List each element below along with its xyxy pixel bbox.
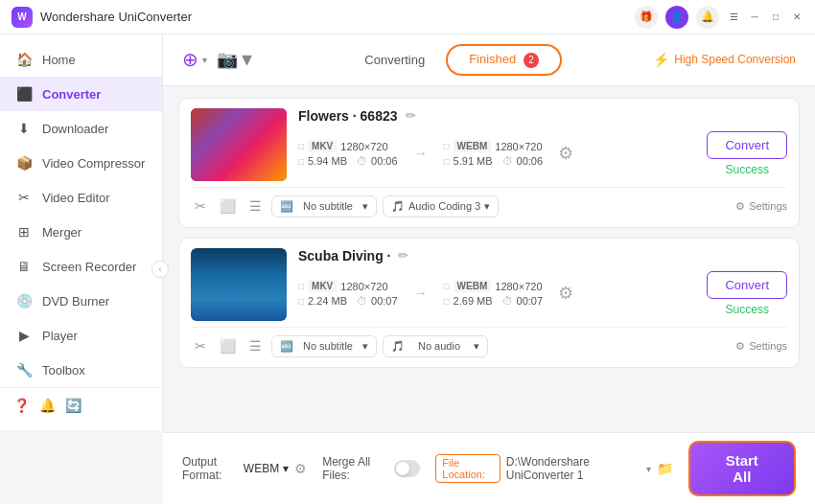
scuba-src-meta: □ MKV 1280×720 □ 2.24 MB ⏱ 00:07 [298, 280, 398, 307]
titlebar-right: 🎁 👤 🔔 ☰ ─ □ ✕ [635, 6, 803, 29]
bell-icon[interactable]: 🔔 [696, 6, 719, 29]
sidebar-item-merger[interactable]: ⊞ Merger [0, 215, 162, 249]
scuba-dst-dur: 00:07 [517, 295, 544, 307]
sidebar-label-home: Home [42, 53, 76, 67]
start-all-button[interactable]: Start All [688, 441, 796, 496]
subtitle-icon-2[interactable]: ⬜ [216, 338, 240, 354]
help-icon[interactable]: ❓ [13, 398, 30, 413]
update-icon[interactable]: 🔄 [65, 398, 82, 413]
flowers-card-actions: ✂ ⬜ ☰ 🔤 No subtitle ▾ 🎵 Audio Coding 3 ▾ [191, 187, 787, 218]
add-media-chevron: ▾ [202, 55, 207, 65]
arrow-1: → [406, 145, 436, 162]
sidebar-item-downloader[interactable]: ⬇ Downloader [0, 111, 162, 146]
file-icon-3: □ [298, 281, 304, 291]
user-icon[interactable]: 👤 [665, 6, 688, 29]
flowers-format-settings-icon[interactable]: ⚙ [558, 143, 573, 164]
sidebar-label-toolbox: Toolbox [42, 363, 85, 378]
add-camera-button[interactable]: 📷 ▾ [217, 47, 252, 72]
flowers-src-format-row: □ MKV 1280×720 [298, 140, 398, 152]
tab-finished[interactable]: Finished 2 [446, 44, 562, 76]
sidebar-item-screen-recorder[interactable]: 🖥 Screen Recorder [0, 249, 162, 284]
browse-folder-icon[interactable]: 📁 [657, 461, 673, 476]
sidebar-label-compressor: Video Compressor [42, 156, 145, 171]
scuba-subtitle-select[interactable]: 🔤 No subtitle ▾ [271, 335, 377, 357]
compressor-icon: 📦 [15, 154, 33, 172]
card-top-flowers: Flowers · 66823 ✏ □ MKV 1280×720 [191, 108, 787, 181]
flowers-dst-res: 1280×720 [495, 141, 542, 152]
flowers-convert-button[interactable]: Convert [707, 131, 787, 159]
flowers-meta: □ MKV 1280×720 □ 5.94 MB ⏱ 00:06 [298, 131, 787, 176]
format-dropdown-icon[interactable]: ▾ [646, 464, 651, 474]
scuba-convert-button[interactable]: Convert [707, 271, 787, 299]
scuba-edit-icon[interactable]: ✏ [398, 248, 408, 263]
scuba-src-format: MKV [308, 280, 337, 292]
flowers-audio-select[interactable]: 🎵 Audio Coding 3 ▾ [383, 195, 499, 218]
format-settings-icon[interactable]: ⚙ [294, 461, 307, 476]
scuba-settings-button[interactable]: ⚙ Settings [735, 340, 787, 353]
list-icon-2[interactable]: ☰ [245, 338, 266, 354]
tab-converting[interactable]: Converting [343, 47, 446, 73]
menu-icon[interactable]: ☰ [727, 11, 740, 24]
output-format-group: Output Format: WEBM ▾ ⚙ [182, 455, 307, 482]
output-format-select[interactable]: WEBM ▾ [244, 462, 289, 475]
clock-icon-2: ⏱ [502, 155, 513, 167]
speed-conversion-button[interactable]: ⚡ High Speed Conversion [653, 52, 796, 67]
bottombar: Output Format: WEBM ▾ ⚙ Merge All Files:… [163, 432, 815, 504]
subtitle-chevron-2: ▾ [362, 340, 368, 353]
folder-icon-4: □ [444, 296, 450, 307]
camera-icon: 📷 [217, 49, 238, 70]
output-format-value: WEBM [244, 462, 279, 475]
notification-bell-icon[interactable]: 🔔 [39, 398, 56, 413]
editor-icon: ✂ [15, 189, 33, 206]
scuba-audio-select[interactable]: 🎵 No audio ▾ [383, 335, 488, 357]
topbar-left: ⊕ ▾ 📷 ▾ [182, 47, 252, 72]
add-media-button[interactable]: ⊕ ▾ [182, 48, 207, 71]
flowers-src-dur: 00:06 [371, 155, 398, 167]
sidebar-item-dvd-burner[interactable]: 💿 DVD Burner [0, 284, 162, 318]
flowers-status: Success [726, 163, 769, 176]
gift-icon[interactable]: 🎁 [635, 6, 658, 29]
merge-toggle[interactable] [394, 460, 420, 477]
sidebar: 🏠 Home ⬛ Converter ⬇ Downloader 📦 Video … [0, 34, 163, 430]
tab-group: Converting Finished 2 [343, 44, 562, 76]
settings-gear-icon-1: ⚙ [735, 200, 745, 213]
file-location-label: File Location: [435, 454, 500, 483]
card-title-flowers: Flowers · 66823 ✏ [298, 108, 787, 124]
flowers-subtitle-select[interactable]: 🔤 No subtitle ▾ [271, 195, 377, 218]
scuba-dst-meta: □ WEBM 1280×720 □ 2.69 MB ⏱ 00:07 [444, 280, 544, 307]
flowers-settings-button[interactable]: ⚙ Settings [735, 200, 787, 213]
flowers-dst-size-row: □ 5.91 MB ⏱ 00:06 [444, 155, 544, 167]
output-format-label: Output Format: [182, 455, 238, 482]
flowers-src-size-row: □ 5.94 MB ⏱ 00:06 [298, 155, 398, 167]
sidebar-item-converter[interactable]: ⬛ Converter [0, 77, 162, 111]
sidebar-item-player[interactable]: ▶ Player [0, 318, 162, 353]
sidebar-collapse-button[interactable]: ‹ [151, 261, 169, 278]
maximize-icon[interactable]: □ [769, 11, 782, 24]
subtitle-icon-1[interactable]: ⬜ [216, 198, 240, 214]
flowers-src-res: 1280×720 [340, 141, 387, 152]
flowers-dst-format: WEBM [454, 140, 492, 152]
flowers-src-format: MKV [308, 140, 337, 152]
scissors-icon-1[interactable]: ✂ [191, 198, 210, 214]
audio-icon-sm-2: 🎵 [391, 340, 405, 353]
flowers-edit-icon[interactable]: ✏ [406, 108, 416, 123]
subtitle-chevron: ▾ [362, 200, 368, 213]
recorder-icon: 🖥 [15, 258, 33, 275]
scuba-src-res: 1280×720 [340, 281, 387, 292]
sidebar-item-toolbox[interactable]: 🔧 Toolbox [0, 353, 162, 387]
file-card-flowers: Flowers · 66823 ✏ □ MKV 1280×720 [178, 98, 800, 228]
sidebar-item-home[interactable]: 🏠 Home [0, 42, 162, 77]
close-icon[interactable]: ✕ [790, 11, 803, 24]
list-icon-1[interactable]: ☰ [245, 198, 266, 214]
file-path-value: D:\Wondershare UniConverter 1 [506, 455, 640, 482]
minimize-icon[interactable]: ─ [748, 11, 761, 24]
scuba-subtitle-value: No subtitle [303, 340, 353, 352]
topbar: ⊕ ▾ 📷 ▾ Converting Finished 2 ⚡ High Spe… [163, 34, 815, 86]
scissors-icon-2[interactable]: ✂ [191, 338, 210, 354]
sidebar-item-video-compressor[interactable]: 📦 Video Compressor [0, 146, 162, 180]
scuba-format-settings-icon[interactable]: ⚙ [558, 283, 573, 304]
app-icon: W [12, 7, 33, 28]
dvd-icon: 💿 [15, 292, 33, 309]
sidebar-item-video-editor[interactable]: ✂ Video Editor [0, 180, 162, 215]
scuba-dst-format: WEBM [454, 280, 492, 292]
